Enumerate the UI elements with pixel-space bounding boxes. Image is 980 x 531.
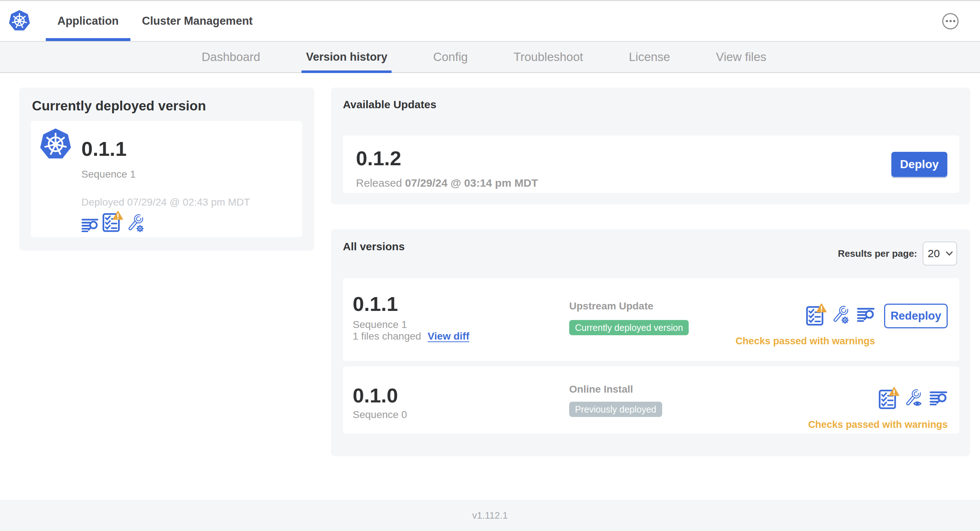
view-diff-link[interactable]: View diff [428, 331, 469, 342]
version-row: 0.1.0 Sequence 0 Online Install Previous… [343, 366, 959, 434]
diff-icon[interactable] [857, 307, 875, 322]
deploy-button[interactable]: Deploy [891, 152, 947, 177]
tab-label: Dashboard [202, 50, 260, 64]
version-action-icons [81, 211, 250, 232]
header-tab-label: Application [57, 14, 119, 28]
tab-view-files[interactable]: View files [711, 42, 771, 72]
tab-dashboard[interactable]: Dashboard [197, 42, 264, 72]
version-action-icons [806, 302, 875, 327]
row-sequence: Sequence 0 [353, 409, 569, 421]
status-badge: Currently deployed version [569, 320, 689, 335]
deployed-version: 0.1.1 [81, 139, 250, 159]
row-source: Online Install [569, 383, 662, 395]
header-tabs: Application Cluster Management [46, 1, 264, 41]
results-per-page-control: Results per page: 20 [838, 242, 957, 266]
tab-label: License [629, 50, 670, 64]
results-per-page-value: 20 [928, 247, 940, 260]
version-action-icons [879, 386, 948, 410]
results-per-page-label: Results per page: [838, 248, 917, 259]
config-gear-icon[interactable] [832, 305, 849, 324]
version-checks-column: Checks passed with warnings [735, 302, 875, 347]
preflight-checks-warning-icon[interactable] [806, 302, 827, 327]
status-badge: Previously deployed [569, 402, 662, 417]
tab-label: Troubleshoot [514, 50, 583, 64]
app-logo [9, 1, 30, 41]
update-info: 0.1.2 Released 07/29/24 @ 03:14 pm MDT [356, 148, 538, 189]
available-update-card: 0.1.2 Released 07/29/24 @ 03:14 pm MDT D… [343, 135, 959, 193]
deployed-sequence: Sequence 1 [81, 169, 250, 180]
deployed-timestamp: Deployed 07/29/24 @ 02:43 pm MDT [81, 197, 250, 208]
row-sequence: Sequence 1 [353, 319, 569, 331]
currently-deployed-card: 0.1.1 Sequence 1 Deployed 07/29/24 @ 02:… [31, 121, 302, 237]
main-content: Currently deployed version [0, 73, 980, 456]
config-icon[interactable] [127, 214, 144, 232]
app-subnav: Dashboard Version history Config Trouble… [0, 42, 980, 73]
tab-config[interactable]: Config [429, 42, 472, 72]
released-label: Released [356, 177, 402, 189]
version-checks-column: Checks passed with warnings [808, 386, 948, 431]
results-per-page-select[interactable]: 20 [923, 242, 957, 266]
page-footer: v1.112.1 [0, 500, 980, 531]
app-header: Application Cluster Management [0, 1, 980, 42]
preflight-checks-warning-icon[interactable] [102, 211, 124, 232]
version-row-actions: Checks passed with warnings [808, 370, 948, 431]
currently-deployed-title: Currently deployed version [31, 99, 302, 114]
diff-icon[interactable] [929, 391, 948, 405]
tab-label: Version history [306, 51, 387, 64]
row-source: Upstream Update [569, 300, 689, 312]
redeploy-button[interactable]: Redeploy [884, 304, 948, 328]
right-column: Available Updates 0.1.2 Released 07/29/2… [331, 87, 970, 456]
version-row-info: 0.1.1 Sequence 1 1 files changed View di… [353, 294, 569, 342]
available-updates-panel: Available Updates 0.1.2 Released 07/29/2… [331, 87, 970, 205]
preflight-checks-warning-icon[interactable] [879, 386, 900, 410]
version-row-actions: Checks passed with warnings Redeploy [735, 293, 948, 347]
left-column: Currently deployed version [19, 87, 314, 251]
all-versions-header: All versions Results per page: 20 [343, 240, 959, 266]
version-row: 0.1.1 Sequence 1 1 files changed View di… [343, 278, 959, 361]
row-files-changed: 1 files changed [353, 331, 421, 342]
tab-label: Config [433, 50, 468, 64]
tab-troubleshoot[interactable]: Troubleshoot [509, 42, 587, 72]
header-tab-application[interactable]: Application [46, 1, 130, 41]
tab-license[interactable]: License [624, 42, 675, 72]
all-versions-panel: All versions Results per page: 20 0.1.1 … [331, 229, 970, 456]
ellipsis-icon [950, 20, 952, 22]
config-view-icon[interactable] [905, 389, 921, 407]
deployed-version-info: 0.1.1 Sequence 1 Deployed 07/29/24 @ 02:… [81, 129, 250, 232]
ellipsis-icon [946, 20, 948, 22]
version-row-status: Upstream Update Currently deployed versi… [569, 300, 689, 335]
more-menu-button[interactable] [942, 13, 959, 29]
header-actions [942, 1, 959, 41]
header-tab-label: Cluster Management [142, 14, 253, 28]
update-released-timestamp: Released 07/29/24 @ 03:14 pm MDT [356, 177, 538, 189]
released-timestamp: 07/29/24 @ 03:14 pm MDT [405, 177, 538, 189]
console-version: v1.112.1 [472, 510, 508, 521]
subnav-tabs: Dashboard Version history Config Trouble… [179, 42, 789, 72]
row-version: 0.1.0 [353, 385, 569, 406]
kubernetes-app-icon [39, 129, 72, 161]
ellipsis-icon [953, 20, 955, 22]
all-versions-title: All versions [343, 240, 405, 253]
currently-deployed-panel: Currently deployed version [19, 87, 314, 251]
row-version: 0.1.1 [353, 294, 569, 314]
header-tab-cluster-management[interactable]: Cluster Management [130, 1, 264, 41]
tab-label: View files [716, 50, 767, 64]
available-updates-title: Available Updates [343, 99, 959, 111]
chevron-down-icon [946, 251, 953, 256]
release-notes-icon[interactable] [81, 218, 99, 232]
version-row-status: Online Install Previously deployed [569, 383, 662, 417]
checks-status: Checks passed with warnings [735, 335, 875, 347]
version-row-info: 0.1.0 Sequence 0 [353, 385, 569, 421]
update-version: 0.1.2 [356, 148, 538, 169]
tab-version-history[interactable]: Version history [301, 42, 391, 72]
kubernetes-logo-icon [9, 10, 30, 32]
checks-status: Checks passed with warnings [808, 419, 948, 431]
